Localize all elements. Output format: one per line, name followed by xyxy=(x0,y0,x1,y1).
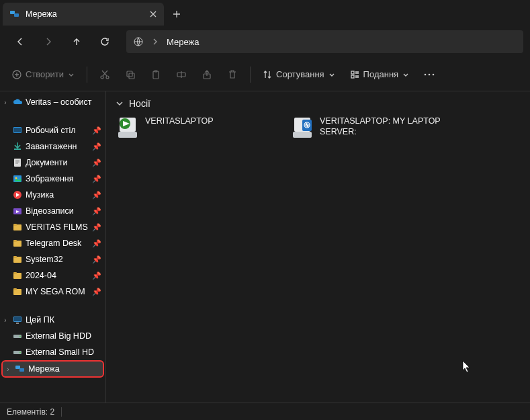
up-button[interactable] xyxy=(63,30,90,54)
sidebar-pinned-item[interactable]: System32📌 xyxy=(0,251,105,267)
tab-title: Мережа xyxy=(26,9,57,19)
chevron-right-icon: › xyxy=(1,99,9,106)
sidebar-pinned-item[interactable]: 2024-04📌 xyxy=(0,267,105,284)
folder-icon xyxy=(12,254,23,265)
status-count: Елементів: 2 xyxy=(7,407,54,417)
svg-point-16 xyxy=(433,73,435,75)
svg-rect-42 xyxy=(15,366,20,369)
sidebar-item-label: MY SEGA ROM xyxy=(26,287,89,296)
sidebar-pinned-item[interactable]: Музика📌 xyxy=(0,187,105,203)
svg-rect-19 xyxy=(14,149,21,150)
pin-icon: 📌 xyxy=(92,288,101,296)
sidebar-onedrive[interactable]: › Veritas – особист xyxy=(0,94,105,110)
svg-rect-18 xyxy=(14,128,21,132)
svg-point-15 xyxy=(429,73,431,75)
create-button[interactable]: Створити xyxy=(5,62,81,87)
host-label: VERITASLAPTOP xyxy=(145,116,214,126)
chevron-down-icon xyxy=(116,99,124,108)
svg-rect-26 xyxy=(13,224,17,226)
host-item[interactable]: VERITASLAPTOP: MY LAPTOP SERVER: xyxy=(290,116,451,140)
svg-rect-1 xyxy=(14,13,19,17)
host-label: VERITASLAPTOP: MY LAPTOP SERVER: xyxy=(320,116,451,138)
close-icon[interactable] xyxy=(149,10,157,18)
sidebar-drive[interactable]: External Small HD xyxy=(0,344,105,360)
sidebar-pinned-item[interactable]: Зображення📌 xyxy=(0,171,105,187)
back-button[interactable] xyxy=(7,30,34,54)
section-header[interactable]: Носії xyxy=(116,98,521,109)
sidebar-pinned-item[interactable]: Telegram Desk📌 xyxy=(0,235,105,251)
svg-rect-34 xyxy=(13,288,17,290)
pin-icon: 📌 xyxy=(92,126,101,135)
delete-button[interactable] xyxy=(220,62,245,87)
svg-point-14 xyxy=(425,73,427,75)
svg-rect-0 xyxy=(10,11,15,14)
sidebar-network[interactable]: › Мережа xyxy=(1,360,104,378)
svg-rect-32 xyxy=(13,272,17,274)
folder-icon xyxy=(12,222,23,233)
address-box[interactable]: Мережа xyxy=(126,30,523,53)
view-button[interactable]: Подання xyxy=(343,62,416,87)
media-server-icon xyxy=(290,116,314,140)
pin-icon: 📌 xyxy=(92,175,101,183)
sidebar-item-label: 2024-04 xyxy=(26,271,89,280)
svg-rect-13 xyxy=(351,75,354,78)
svg-point-41 xyxy=(19,352,21,353)
sidebar-item-label: Зображення xyxy=(26,174,89,183)
toolbar: Створити Сортування Подання xyxy=(0,58,530,91)
svg-point-39 xyxy=(19,336,21,337)
breadcrumb[interactable]: Мережа xyxy=(167,37,199,47)
folder-icon xyxy=(12,125,23,136)
drive-icon xyxy=(12,331,23,341)
svg-rect-30 xyxy=(13,256,17,258)
sort-button[interactable]: Сортування xyxy=(256,62,342,87)
sidebar-drive[interactable]: External Big HDD xyxy=(0,328,105,344)
pin-icon: 📌 xyxy=(92,271,101,280)
monitor-icon xyxy=(12,314,23,325)
copy-button[interactable] xyxy=(118,62,142,87)
sidebar-item-label: External Big HDD xyxy=(26,331,105,341)
refresh-button[interactable] xyxy=(91,30,118,54)
sidebar: › Veritas – особист Робочий стіл📌Заванта… xyxy=(0,91,106,403)
addr-bar: Мережа xyxy=(0,26,530,58)
sidebar-pinned-item[interactable]: Робочий стіл📌 xyxy=(0,122,105,138)
sidebar-this-pc[interactable]: › Цей ПК xyxy=(0,312,105,328)
svg-point-4 xyxy=(101,76,103,79)
svg-rect-43 xyxy=(19,368,24,372)
sidebar-pinned-item[interactable]: Відеозаписи📌 xyxy=(0,203,105,219)
sidebar-pinned-item[interactable]: VERITAS FILMS📌 xyxy=(0,219,105,235)
sidebar-pinned-item[interactable]: MY SEGA ROM📌 xyxy=(0,284,105,300)
pin-icon: 📌 xyxy=(92,142,101,151)
paste-button[interactable] xyxy=(144,62,168,87)
sidebar-item-label: External Small HD xyxy=(26,347,105,357)
sidebar-pinned-item[interactable]: Завантаженн📌 xyxy=(0,138,105,155)
svg-rect-8 xyxy=(153,71,159,79)
pin-icon: 📌 xyxy=(92,223,101,232)
drive-icon xyxy=(12,347,23,358)
sort-label: Сортування xyxy=(276,69,324,79)
section-title: Носії xyxy=(129,98,150,109)
forward-button[interactable] xyxy=(35,30,62,54)
sidebar-item-label: Цей ПК xyxy=(26,315,105,325)
rename-button[interactable] xyxy=(169,62,193,87)
folder-icon xyxy=(12,238,23,249)
network-icon xyxy=(9,9,20,19)
sidebar-item-label: Робочий стіл xyxy=(26,126,89,135)
host-item[interactable]: VERITASLAPTOP xyxy=(116,116,277,140)
folder-icon xyxy=(12,270,23,281)
view-label: Подання xyxy=(363,69,399,79)
chevron-right-icon: › xyxy=(1,317,9,324)
sidebar-item-label: Завантаженн xyxy=(26,142,89,151)
media-server-icon xyxy=(116,116,140,140)
sidebar-item-label: Відеозаписи xyxy=(26,206,89,216)
svg-rect-28 xyxy=(13,240,17,242)
tab-network[interactable]: Мережа xyxy=(3,3,164,26)
svg-rect-12 xyxy=(351,71,354,74)
sidebar-pinned-item[interactable]: Документи📌 xyxy=(0,155,105,171)
new-tab-button[interactable] xyxy=(164,3,189,26)
share-button[interactable] xyxy=(195,62,219,87)
sidebar-item-label: Мережа xyxy=(28,364,103,374)
svg-rect-37 xyxy=(16,323,19,324)
cut-button[interactable] xyxy=(93,62,117,87)
svg-rect-36 xyxy=(14,317,21,321)
more-button[interactable] xyxy=(417,62,441,87)
